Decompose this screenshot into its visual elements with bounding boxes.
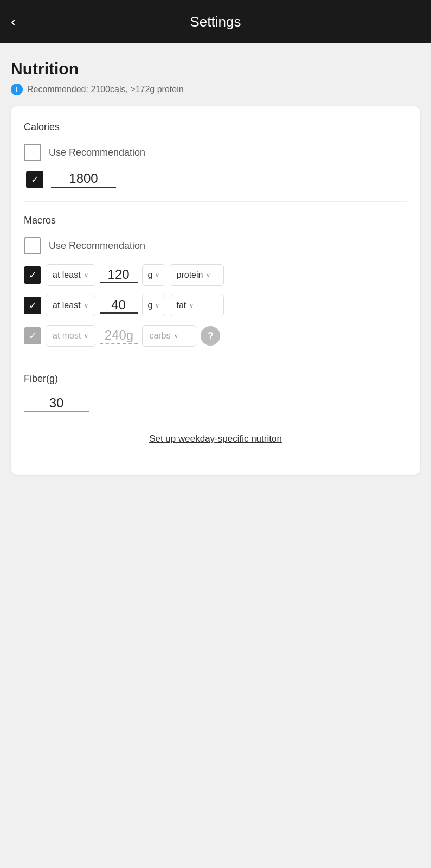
header: ‹ Settings: [0, 0, 431, 43]
divider-calories-macros: [24, 201, 407, 202]
macro-protein-checkbox[interactable]: ✓: [24, 266, 41, 284]
macros-use-recommendation-label: Use Recommendation: [49, 240, 145, 252]
macro-fat-nutrient-dropdown[interactable]: fat ∨: [170, 295, 224, 316]
macro-carbs-condition-dropdown[interactable]: at most ∨: [46, 325, 95, 347]
macro-protein-value-input[interactable]: [100, 267, 138, 283]
macros-label: Macros: [24, 215, 407, 226]
macros-use-recommendation-checkbox[interactable]: [24, 237, 41, 254]
macro-fat-unit-dropdown[interactable]: g ∨: [142, 295, 165, 316]
checkmark-icon: ✓: [29, 301, 37, 310]
calories-custom-row: ✓: [24, 171, 407, 188]
macros-section: Macros Use Recommendation ✓ at least ∨ g: [24, 215, 407, 347]
header-title: Settings: [190, 14, 241, 30]
checkmark-icon: ✓: [31, 175, 39, 184]
chevron-down-icon: ∨: [84, 272, 88, 279]
chevron-down-icon: ∨: [84, 302, 88, 309]
macro-fat-value-input[interactable]: [100, 297, 138, 314]
divider-macros-fiber: [24, 360, 407, 360]
back-button[interactable]: ‹: [11, 13, 33, 30]
main-content: Nutrition i Recommended: 2100cals, >172g…: [0, 43, 431, 496]
macro-row-carbs: ✓ at most ∨ carbs ∨ ?: [24, 325, 407, 347]
recommendation-text: Recommended: 2100cals, >172g protein: [27, 85, 184, 94]
recommendation-row: i Recommended: 2100cals, >172g protein: [11, 84, 420, 95]
fiber-value-input[interactable]: [24, 395, 89, 412]
settings-card: Calories Use Recommendation ✓ Macros Use…: [11, 106, 420, 475]
info-icon[interactable]: i: [11, 84, 23, 95]
macro-fat-checkbox[interactable]: ✓: [24, 297, 41, 314]
checkmark-icon: ✓: [29, 331, 37, 341]
question-icon[interactable]: ?: [201, 326, 220, 346]
chevron-down-icon: ∨: [174, 333, 178, 340]
fiber-input-row: [24, 395, 407, 412]
calories-use-recommendation-row: Use Recommendation: [24, 144, 407, 161]
calories-custom-checkbox[interactable]: ✓: [26, 171, 43, 188]
calories-use-recommendation-checkbox[interactable]: [24, 144, 41, 161]
chevron-down-icon: ∨: [189, 302, 194, 309]
fiber-section: Fiber(g): [24, 373, 407, 412]
calories-value-input[interactable]: [51, 171, 116, 188]
chevron-down-icon: ∨: [155, 272, 159, 279]
macro-row-fat: ✓ at least ∨ g ∨ fat ∨: [24, 295, 407, 316]
fiber-label: Fiber(g): [24, 373, 407, 385]
macro-protein-nutrient-dropdown[interactable]: protein ∨: [170, 264, 224, 286]
macros-use-recommendation-row: Use Recommendation: [24, 237, 407, 254]
page-title: Nutrition: [11, 60, 420, 78]
chevron-down-icon: ∨: [84, 333, 88, 340]
macro-row-protein: ✓ at least ∨ g ∨ protein ∨: [24, 264, 407, 286]
macro-fat-condition-dropdown[interactable]: at least ∨: [46, 295, 95, 316]
footer-link-container: Set up weekday-specific nutriton: [24, 433, 407, 455]
weekday-nutrition-link[interactable]: Set up weekday-specific nutriton: [149, 433, 282, 444]
checkmark-icon: ✓: [29, 270, 37, 280]
macro-carbs-checkbox[interactable]: ✓: [24, 327, 41, 344]
chevron-down-icon: ∨: [206, 272, 210, 279]
calories-use-recommendation-label: Use Recommendation: [49, 147, 145, 158]
macro-protein-unit-dropdown[interactable]: g ∨: [142, 264, 165, 286]
chevron-down-icon: ∨: [155, 302, 159, 309]
macro-carbs-value-input[interactable]: [100, 328, 138, 344]
calories-label: Calories: [24, 122, 407, 133]
macro-protein-condition-dropdown[interactable]: at least ∨: [46, 264, 95, 286]
macro-carbs-nutrient-dropdown[interactable]: carbs ∨: [142, 325, 196, 347]
